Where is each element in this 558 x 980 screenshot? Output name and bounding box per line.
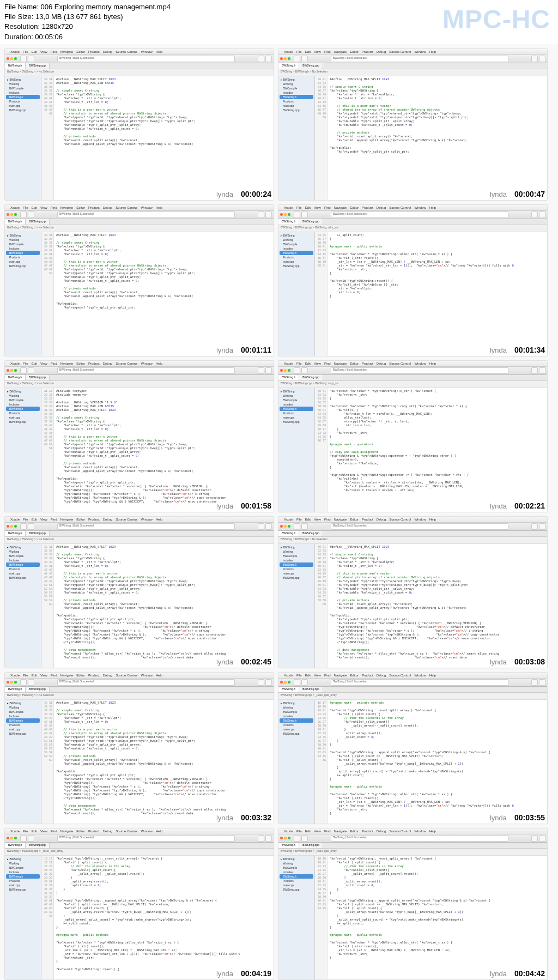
menu-source-control[interactable]: Source Control — [116, 830, 137, 833]
menu-view[interactable]: View — [314, 206, 321, 209]
sidebar-item-bwstring-h[interactable]: BWString.h — [280, 874, 313, 879]
code-editor[interactable]: #define __BWString_MAX_SPLIT 1023 #defin… — [54, 76, 274, 200]
menu-product[interactable]: Product — [88, 362, 100, 365]
sidebar-item-products[interactable]: Products — [280, 567, 313, 571]
menu-product[interactable]: Product — [362, 518, 373, 521]
menu-view[interactable]: View — [40, 830, 47, 833]
menu-help[interactable]: Help — [429, 206, 436, 209]
menu-editor[interactable]: Editor — [350, 674, 359, 677]
menu-file[interactable]: File — [23, 830, 28, 833]
sidebar-item-products[interactable]: Products — [280, 255, 313, 259]
sidebar-item-working[interactable]: Working — [280, 705, 313, 710]
menu-xcode[interactable]: Xcode — [284, 362, 293, 365]
menu-find[interactable]: Find — [51, 830, 57, 833]
run-button[interactable] — [20, 835, 27, 842]
window-controls[interactable] — [280, 525, 290, 528]
sidebar-item-main-cpp[interactable]: main.cpp — [280, 415, 313, 420]
menu-window[interactable]: Window — [414, 206, 426, 209]
code-editor[interactable]: #define __BWString_MAX_SPLIT 1023 // sim… — [327, 544, 547, 668]
sidebar-project[interactable]: ▸ BWString — [280, 701, 313, 705]
menu-edit[interactable]: Edit — [32, 518, 37, 521]
close-icon[interactable] — [7, 57, 9, 60]
menu-xcode[interactable]: Xcode — [284, 50, 293, 53]
sidebar-item-working[interactable]: Working — [280, 549, 313, 554]
menu-file[interactable]: File — [296, 206, 302, 209]
window-controls[interactable] — [280, 57, 290, 60]
sidebar-item-bwstring-cpp[interactable]: BWString.cpp — [6, 420, 40, 424]
run-button[interactable] — [20, 679, 27, 686]
menu-source-control[interactable]: Source Control — [389, 50, 411, 53]
menu-editor[interactable]: Editor — [350, 830, 359, 833]
sidebar-item-bwcompile[interactable]: BWCompile — [280, 398, 313, 402]
close-icon[interactable] — [7, 369, 9, 372]
tab-bwstring[interactable]: BWString.h — [278, 843, 299, 848]
run-button[interactable] — [20, 367, 27, 374]
panel-toggle[interactable] — [539, 211, 545, 218]
menu-product[interactable]: Product — [88, 206, 100, 209]
menu-product[interactable]: Product — [88, 518, 100, 521]
breadcrumb[interactable]: BWString > BWString.h > No Selection — [5, 381, 274, 388]
close-icon[interactable] — [7, 837, 9, 839]
menu-product[interactable]: Product — [362, 674, 373, 677]
tab-bwstring[interactable]: BWString.h — [278, 687, 299, 692]
sidebar-item-bwstring-h[interactable]: BWString.h — [6, 874, 40, 879]
sidebar-item-bwcompile[interactable]: BWCompile — [6, 710, 40, 714]
tab-bwstring-cpp[interactable]: BWString.cpp — [26, 375, 50, 380]
menu-source-control[interactable]: Source Control — [116, 206, 137, 209]
sidebar-item-products[interactable]: Products — [6, 879, 40, 883]
editor-toggle[interactable] — [531, 835, 538, 842]
run-button[interactable] — [294, 56, 300, 62]
menu-navigate[interactable]: Navigate — [60, 206, 74, 209]
sidebar-item-main-cpp[interactable]: main.cpp — [6, 415, 40, 420]
code-editor[interactable]: #define __BWString_MAX_SPLIT 1023 // sim… — [54, 544, 274, 668]
sidebar-item-bwcompile[interactable]: BWCompile — [6, 242, 40, 246]
window-controls[interactable] — [7, 57, 17, 60]
menu-navigate[interactable]: Navigate — [334, 518, 347, 521]
tab-bwstring-cpp[interactable]: BWString.cpp — [26, 219, 50, 225]
menu-xcode[interactable]: Xcode — [10, 518, 20, 521]
editor-toggle[interactable] — [258, 523, 264, 530]
sidebar-item-working[interactable]: Working — [6, 82, 40, 86]
sidebar-item-bwstring-cpp[interactable]: BWString.cpp — [280, 576, 313, 580]
breadcrumb[interactable]: BWString > BWString.h > No Selection — [278, 537, 547, 544]
menu-debug[interactable]: Debug — [377, 206, 386, 209]
sidebar-item-includes[interactable]: Includes — [280, 870, 313, 874]
sidebar-item-main-cpp[interactable]: main.cpp — [280, 727, 313, 731]
tab-bwstring[interactable]: BWString.h — [5, 375, 26, 380]
sidebar-item-bwcompile[interactable]: BWCompile — [280, 866, 313, 870]
sidebar-item-main-cpp[interactable]: main.cpp — [6, 727, 40, 731]
panel-toggle[interactable] — [539, 835, 545, 842]
panel-toggle[interactable] — [539, 523, 545, 530]
tab-bwstring-cpp[interactable]: BWString.cpp — [299, 687, 323, 692]
sidebar-item-includes[interactable]: Includes — [6, 402, 40, 407]
breadcrumb[interactable]: BWString > BWString.h > No Selection — [278, 69, 547, 76]
stop-button[interactable] — [301, 56, 308, 62]
panel-toggle[interactable] — [265, 679, 272, 686]
run-button[interactable] — [294, 367, 300, 374]
tab-bwstring[interactable]: BWString.h — [278, 375, 299, 380]
menu-window[interactable]: Window — [141, 518, 152, 521]
panel-toggle[interactable] — [265, 367, 272, 374]
zoom-icon[interactable] — [288, 681, 290, 683]
menu-product[interactable]: Product — [362, 830, 373, 833]
sidebar-item-bwcompile[interactable]: BWCompile — [6, 866, 40, 870]
minimize-icon[interactable] — [10, 213, 13, 216]
sidebar-project[interactable]: ▸ BWString — [6, 701, 40, 705]
breadcrumb[interactable]: BWString > BWString.h > No Selection — [5, 537, 274, 544]
tab-bwstring-cpp[interactable]: BWString.cpp — [299, 375, 323, 380]
sidebar-item-bwstring-h[interactable]: BWString.h — [6, 95, 40, 99]
sidebar-item-includes[interactable]: Includes — [280, 558, 313, 562]
code-editor[interactable]: #pragma mark - private methods "kw">void… — [327, 700, 547, 824]
menu-xcode[interactable]: Xcode — [10, 50, 20, 53]
menu-source-control[interactable]: Source Control — [389, 362, 411, 365]
sidebar-item-products[interactable]: Products — [6, 255, 40, 259]
menu-editor[interactable]: Editor — [76, 518, 85, 521]
editor-toggle[interactable] — [258, 367, 264, 374]
code-editor[interactable]: "kw">void "typ">BWString::_reset_split_a… — [54, 856, 274, 979]
menu-debug[interactable]: Debug — [103, 362, 113, 365]
sidebar-item-products[interactable]: Products — [280, 99, 313, 104]
menu-xcode[interactable]: Xcode — [10, 362, 20, 365]
code-editor[interactable]: #define __BWString_MAX_SPLIT 1023 // sim… — [327, 76, 547, 200]
menu-xcode[interactable]: Xcode — [10, 674, 20, 677]
menu-view[interactable]: View — [314, 830, 321, 833]
